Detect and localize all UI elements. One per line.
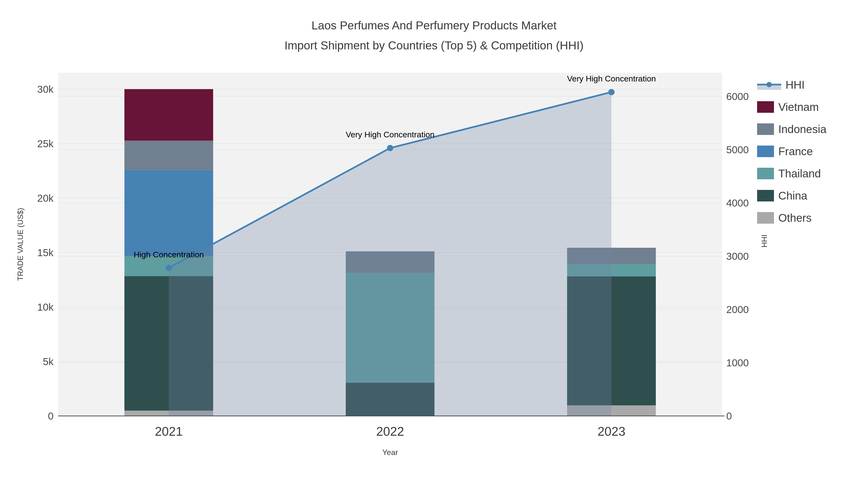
annotation-2023: Very High Concentration <box>567 74 656 83</box>
y-left-axis-title: TRADE VALUE (US$) <box>16 208 25 281</box>
others-swatch <box>757 212 774 224</box>
y-left-tick-0: 0 <box>48 411 54 422</box>
x-axis-title: Year <box>382 448 398 457</box>
thailand-swatch <box>757 168 774 179</box>
hhi-marker-2023[interactable] <box>608 89 615 95</box>
y-left-tick-15k: 15k <box>37 247 54 258</box>
legend-label-france: France <box>778 145 813 158</box>
x-tick-2021: 2021 <box>155 424 183 438</box>
chart-canvas: 05k10k15k20k25k30k0100020003000400050006… <box>0 0 868 488</box>
y-right-tick-2000: 2000 <box>726 304 749 315</box>
indonesia-swatch <box>757 123 774 135</box>
chart-svg: 05k10k15k20k25k30k0100020003000400050006… <box>0 0 868 488</box>
y-left-tick-5k: 5k <box>43 356 54 367</box>
y-right-tick-3000: 3000 <box>726 251 749 262</box>
x-tick-2023: 2023 <box>597 424 625 438</box>
legend-label-thailand: Thailand <box>778 167 821 180</box>
y-right-tick-0: 0 <box>726 411 732 422</box>
bar-2021-france[interactable] <box>124 170 213 256</box>
x-tick-2022: 2022 <box>376 424 404 438</box>
y-left-tick-30k: 30k <box>37 84 54 95</box>
y-left-tick-25k: 25k <box>37 138 54 150</box>
y-right-tick-1000: 1000 <box>726 357 749 368</box>
legend-item-indonesia[interactable]: Indonesia <box>757 118 827 140</box>
chart-title-line2: Import Shipment by Countries (Top 5) & C… <box>284 39 584 52</box>
bar-2021-indonesia[interactable] <box>124 141 213 170</box>
y-left-tick-20k: 20k <box>37 193 54 204</box>
y-right-tick-4000: 4000 <box>726 197 749 209</box>
y-left-tick-10k: 10k <box>37 301 54 313</box>
legend-item-others[interactable]: Others <box>757 207 827 229</box>
vietnam-swatch <box>757 101 774 113</box>
legend-item-china[interactable]: China <box>757 185 827 207</box>
y-right-axis-title: HHI <box>760 234 769 247</box>
hhi-marker-2021[interactable] <box>166 265 172 271</box>
france-swatch <box>757 145 774 157</box>
legend-item-vietnam[interactable]: Vietnam <box>757 96 827 118</box>
legend-item-thailand[interactable]: Thailand <box>757 162 827 185</box>
hhi-legend-icon <box>757 79 781 91</box>
y-right-tick-6000: 6000 <box>726 91 749 102</box>
bar-2021-vietnam[interactable] <box>124 89 213 141</box>
hhi-marker-2022[interactable] <box>387 145 393 151</box>
legend-label-china: China <box>778 189 807 202</box>
y-right-tick-5000: 5000 <box>726 144 749 156</box>
legend-label-indonesia: Indonesia <box>778 123 827 136</box>
legend-item-france[interactable]: France <box>757 140 827 162</box>
annotation-2021: High Concentration <box>133 250 204 259</box>
legend: HHI Vietnam Indonesia France Thailand Ch… <box>757 74 827 229</box>
china-swatch <box>757 190 774 201</box>
legend-label-others: Others <box>778 212 812 224</box>
chart-title-line1: Laos Perfumes And Perfumery Products Mar… <box>311 19 557 32</box>
annotation-2022: Very High Concentration <box>346 130 435 139</box>
legend-item-hhi[interactable]: HHI <box>757 74 827 96</box>
legend-label-vietnam: Vietnam <box>778 100 819 113</box>
legend-label-hhi: HHI <box>785 78 805 91</box>
